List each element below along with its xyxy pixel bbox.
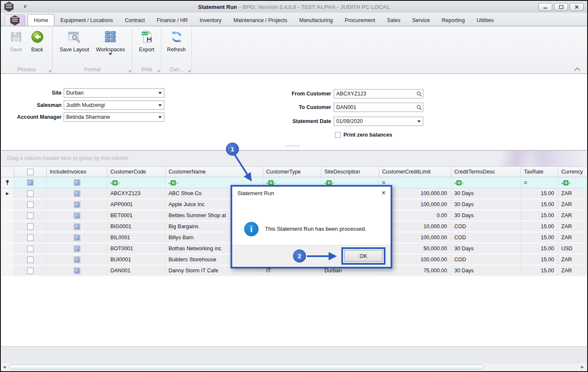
- row-select-checkbox[interactable]: [27, 246, 34, 252]
- column-header-code[interactable]: CustomerCode: [107, 167, 166, 177]
- search-icon[interactable]: [415, 90, 423, 98]
- chevron-down-icon[interactable]: [156, 101, 164, 109]
- column-header-site[interactable]: SiteDescription: [321, 167, 379, 177]
- cell-include[interactable]: [47, 210, 107, 221]
- horizontal-scrollbar[interactable]: ◀ ▶: [1, 364, 587, 371]
- save-layout-button[interactable]: Save Layout: [57, 28, 92, 58]
- filter-cell-tax[interactable]: =: [521, 177, 558, 188]
- filter-cell-code[interactable]: aBc: [107, 177, 166, 188]
- cell-include[interactable]: [47, 188, 107, 199]
- cell-select[interactable]: [14, 232, 47, 243]
- site-value[interactable]: [64, 89, 156, 97]
- statement-date-dropdown[interactable]: [334, 117, 423, 126]
- tab-manufacturing[interactable]: Manufacturing: [293, 15, 339, 26]
- tab-home[interactable]: Home: [28, 14, 54, 26]
- back-button[interactable]: Back: [28, 28, 47, 53]
- cell-include[interactable]: [47, 243, 107, 254]
- cell-select[interactable]: [14, 188, 47, 199]
- export-button[interactable]: XLSX Export: [136, 28, 157, 53]
- row-select-checkbox[interactable]: [27, 224, 34, 230]
- row-select-checkbox[interactable]: [27, 257, 34, 263]
- filter-cell-terms[interactable]: aBc: [451, 177, 521, 188]
- column-header-tax[interactable]: TaxRate: [521, 167, 558, 177]
- tab-sales[interactable]: Sales: [381, 15, 406, 26]
- salesman-dropdown[interactable]: [64, 101, 164, 110]
- print-zero-balances-checkbox[interactable]: [335, 132, 341, 138]
- filter-checkbox[interactable]: [27, 179, 34, 186]
- cell-select[interactable]: [14, 266, 47, 276]
- to-customer-field[interactable]: [334, 103, 423, 112]
- row-select-checkbox[interactable]: [27, 201, 34, 208]
- row-select-checkbox[interactable]: [27, 213, 34, 219]
- chevron-down-icon[interactable]: [415, 117, 423, 126]
- column-header-credit[interactable]: CustomerCreditLimit: [379, 167, 451, 177]
- cell-select[interactable]: [14, 255, 47, 265]
- save-button[interactable]: Save: [6, 28, 26, 53]
- refresh-button[interactable]: Refresh: [165, 28, 188, 53]
- print-zero-balances-option[interactable]: Print zero balances: [335, 132, 392, 138]
- column-header-include[interactable]: IncludeInvoices: [47, 167, 107, 177]
- ok-button[interactable]: OK: [344, 250, 383, 262]
- filter-cell-currency[interactable]: aBc: [558, 177, 588, 188]
- close-button[interactable]: [570, 3, 584, 11]
- include-invoices-checkbox[interactable]: [74, 268, 80, 274]
- tab-contract[interactable]: Contract: [119, 15, 151, 26]
- include-invoices-checkbox[interactable]: [74, 246, 80, 252]
- column-header-currency[interactable]: Currency: [558, 167, 588, 177]
- cell-include[interactable]: [47, 221, 107, 232]
- chevron-down-icon[interactable]: [156, 113, 164, 121]
- group-dialog-launcher-icon[interactable]: [157, 70, 160, 72]
- tab-equipment-locations[interactable]: Equipment / Locations: [54, 15, 119, 26]
- cell-select[interactable]: [14, 243, 47, 254]
- cell-select[interactable]: [14, 210, 47, 221]
- cell-select[interactable]: [14, 199, 47, 210]
- tab-inventory[interactable]: Inventory: [194, 15, 227, 26]
- cell-include[interactable]: [47, 266, 107, 276]
- column-header-terms[interactable]: CreditTermsDesc: [451, 167, 521, 177]
- column-header-type[interactable]: CustomerType: [263, 167, 321, 177]
- include-invoices-checkbox[interactable]: [74, 213, 80, 219]
- scroll-right-icon[interactable]: ▶: [580, 364, 585, 371]
- group-dialog-launcher-icon[interactable]: [48, 70, 51, 72]
- from-customer-field[interactable]: [334, 89, 423, 98]
- group-by-panel[interactable]: Drag a column header here to group by th…: [1, 151, 587, 167]
- site-dropdown[interactable]: [64, 88, 164, 98]
- row-select-checkbox[interactable]: [27, 190, 34, 197]
- chevron-down-icon[interactable]: [156, 89, 164, 97]
- statement-date-value[interactable]: [334, 117, 415, 125]
- include-invoices-checkbox[interactable]: [74, 190, 80, 197]
- account-manager-value[interactable]: [64, 113, 156, 121]
- cell-include[interactable]: [47, 232, 107, 243]
- scrollbar-thumb[interactable]: [9, 364, 484, 369]
- group-dialog-launcher-icon[interactable]: [188, 70, 190, 72]
- filter-cell-include[interactable]: [47, 177, 107, 188]
- workspaces-button[interactable]: Workspaces: [93, 28, 128, 58]
- row-select-checkbox[interactable]: [27, 235, 34, 241]
- include-invoices-checkbox[interactable]: [74, 224, 80, 230]
- column-header-select[interactable]: [14, 167, 47, 177]
- include-invoices-checkbox[interactable]: [74, 257, 80, 263]
- tab-finance-hr[interactable]: Finance / HR: [151, 15, 194, 26]
- include-invoices-checkbox[interactable]: [74, 235, 80, 241]
- tab-service[interactable]: Service: [406, 15, 436, 26]
- tab-reporting[interactable]: Reporting: [436, 15, 471, 26]
- maximize-button[interactable]: [554, 3, 568, 11]
- row-select-checkbox[interactable]: [27, 268, 34, 274]
- collapse-ribbon-icon[interactable]: [573, 66, 582, 73]
- tab-utilities[interactable]: Utilities: [471, 15, 500, 26]
- cell-select[interactable]: [14, 221, 47, 232]
- search-icon[interactable]: [415, 103, 423, 112]
- filter-cell-select[interactable]: [14, 177, 47, 188]
- scroll-left-icon[interactable]: ◀: [1, 364, 7, 371]
- account-manager-dropdown[interactable]: [64, 112, 164, 122]
- filter-checkbox[interactable]: [74, 179, 80, 186]
- minimize-button[interactable]: [538, 3, 552, 11]
- tab-maintenance-projects[interactable]: Maintenance / Projects: [228, 15, 293, 26]
- cell-include[interactable]: [47, 199, 107, 210]
- application-menu-button[interactable]: [5, 14, 25, 26]
- select-all-checkbox[interactable]: [27, 169, 34, 175]
- include-invoices-checkbox[interactable]: [74, 201, 80, 208]
- splitter-handle[interactable]: [286, 145, 300, 146]
- from-customer-value[interactable]: [334, 90, 415, 98]
- salesman-value[interactable]: [64, 101, 156, 109]
